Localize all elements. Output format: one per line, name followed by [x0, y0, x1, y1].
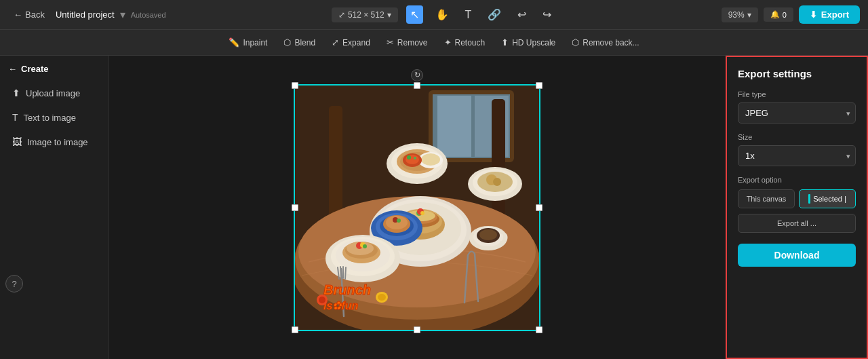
handle-middle-right[interactable]	[536, 204, 542, 211]
notif-count: 0	[783, 11, 787, 19]
handle-top-left[interactable]	[292, 82, 298, 89]
handle-bottom-center[interactable]	[414, 326, 420, 333]
canvas-area[interactable]: ↻	[108, 56, 726, 359]
export-button[interactable]: ⬇ Export	[799, 5, 860, 24]
size-label: Size	[738, 133, 856, 141]
text-tool-button[interactable]: T	[461, 6, 476, 24]
rotate-icon: ↻	[414, 71, 420, 79]
redo-button[interactable]: ↪	[538, 5, 555, 24]
canvas-image-wrapper[interactable]: ↻	[295, 86, 539, 330]
file-type-wrapper: JPEG PNG WEBP SVG ▾	[738, 102, 856, 124]
cursor-icon: ↖	[410, 8, 419, 21]
hd-upscale-icon: ⬆	[501, 37, 509, 48]
selected-content: Selected |	[802, 194, 852, 204]
zoom-label: 93%	[728, 10, 745, 20]
remove-back-label: Remove back...	[583, 38, 639, 48]
svg-point-46	[479, 229, 497, 240]
file-type-select[interactable]: JPEG PNG WEBP SVG	[738, 102, 856, 124]
toolbar-retouch[interactable]: ✦ Retouch	[437, 35, 492, 50]
toolbar-remove-back[interactable]: ⬡ Remove back...	[565, 35, 646, 50]
svg-text:Brunch: Brunch	[323, 282, 371, 297]
svg-point-69	[378, 294, 386, 301]
autosaved-label: Autosaved	[131, 11, 166, 19]
retouch-label: Retouch	[455, 38, 486, 48]
export-all-label: Export all ...	[777, 219, 816, 227]
remove-back-icon: ⬡	[572, 37, 579, 48]
download-button[interactable]: Download	[738, 244, 856, 267]
blend-icon: ⬡	[283, 37, 291, 48]
notifications-button[interactable]: 🔔 0	[764, 7, 793, 22]
svg-point-42	[397, 219, 401, 223]
create-label: Create	[21, 64, 48, 74]
sidebar-item-image-to-image[interactable]: 🖼 Image to image	[5, 131, 102, 153]
size-select[interactable]: 0.5x 1x 2x 3x 4x	[738, 145, 856, 166]
remove-label: Remove	[397, 38, 428, 48]
rotate-handle[interactable]: ↻	[411, 69, 423, 81]
toolbar-blend[interactable]: ⬡ Blend	[277, 35, 322, 50]
inpaint-label: Inpaint	[243, 38, 267, 48]
sidebar-item-upload-image[interactable]: ⬆ Upload image	[5, 82, 102, 104]
link-tool-button[interactable]: 🔗	[484, 5, 505, 24]
export-label: Export	[821, 10, 849, 20]
export-panel: Export settings File type JPEG PNG WEBP …	[726, 56, 868, 359]
svg-point-19	[414, 157, 416, 159]
handle-bottom-left[interactable]	[292, 326, 298, 333]
handle-bottom-right[interactable]	[536, 326, 542, 333]
image-to-image-label: Image to image	[27, 137, 88, 147]
canvas-size-button[interactable]: ⤢ 512 × 512 ▾	[332, 7, 398, 22]
this-canvas-button[interactable]: This canvas	[738, 189, 795, 208]
svg-line-62	[345, 267, 346, 279]
sidebar-item-text-to-image[interactable]: T Text to image	[5, 107, 102, 128]
image-to-image-icon: 🖼	[12, 136, 22, 147]
hand-tool-button[interactable]: ✋	[431, 5, 453, 24]
hd-upscale-label: HD Upscale	[512, 38, 555, 48]
svg-point-24	[493, 178, 501, 186]
toolbar-hd-upscale[interactable]: ⬆ HD Upscale	[494, 35, 562, 50]
export-option-row: This canvas Selected |	[738, 189, 856, 208]
text-icon: T	[465, 9, 472, 21]
back-icon: ←	[14, 10, 22, 20]
chevron-size-icon: ▾	[387, 10, 391, 20]
zoom-button[interactable]: 93% ▾	[722, 7, 758, 22]
handle-top-center[interactable]	[414, 82, 420, 89]
cursor-tool-button[interactable]: ↖	[406, 5, 423, 24]
blend-label: Blend	[294, 38, 315, 48]
resize-icon: ⤢	[338, 10, 345, 20]
topbar-center: ⤢ 512 × 512 ▾ ↖ ✋ T 🔗 ↩ ↪	[172, 5, 716, 24]
toolbar-expand[interactable]: ⤢ Expand	[325, 35, 377, 50]
project-name[interactable]: Untitled project	[56, 10, 115, 20]
handle-top-right[interactable]	[536, 82, 542, 89]
undo-button[interactable]: ↩	[513, 5, 530, 24]
notif-icon: 🔔	[770, 10, 780, 19]
topbar: ← Back Untitled project ▾ Autosaved ⤢ 51…	[0, 0, 868, 30]
toolbar-remove[interactable]: ✂ Remove	[380, 35, 435, 50]
help-button[interactable]: ?	[5, 275, 23, 292]
toolbar: ✏️ Inpaint ⬡ Blend ⤢ Expand ✂ Remove ✦ R…	[0, 30, 868, 56]
export-all-button[interactable]: Export all ...	[738, 214, 856, 233]
svg-point-67	[319, 297, 326, 303]
handle-middle-left[interactable]	[292, 204, 298, 211]
inpaint-icon: ✏️	[229, 37, 239, 48]
upload-image-icon: ⬆	[12, 88, 20, 98]
sidebar: ← Create ⬆ Upload image T Text to image …	[0, 56, 108, 359]
help-icon: ?	[12, 279, 16, 289]
export-option-label: Export option	[738, 176, 856, 184]
chevron-down-icon[interactable]: ▾	[120, 8, 125, 21]
remove-icon: ✂	[387, 37, 394, 48]
selected-button[interactable]: Selected |	[799, 189, 856, 208]
canvas-size-label: 512 × 512	[348, 10, 384, 20]
hand-icon: ✋	[435, 8, 449, 21]
back-label: Back	[25, 10, 45, 20]
redo-icon: ↪	[542, 8, 551, 21]
back-button[interactable]: ← Back	[8, 7, 50, 22]
export-panel-title: Export settings	[738, 68, 856, 79]
file-type-label: File type	[738, 90, 856, 98]
export-icon: ⬇	[810, 10, 817, 20]
create-arrow-icon: ←	[8, 64, 17, 74]
svg-point-35	[420, 211, 425, 215]
svg-point-18	[407, 155, 411, 159]
download-label: Download	[774, 250, 820, 261]
topbar-left: ← Back Untitled project ▾ Autosaved	[8, 7, 166, 22]
svg-line-60	[340, 267, 341, 278]
toolbar-inpaint[interactable]: ✏️ Inpaint	[222, 35, 274, 50]
